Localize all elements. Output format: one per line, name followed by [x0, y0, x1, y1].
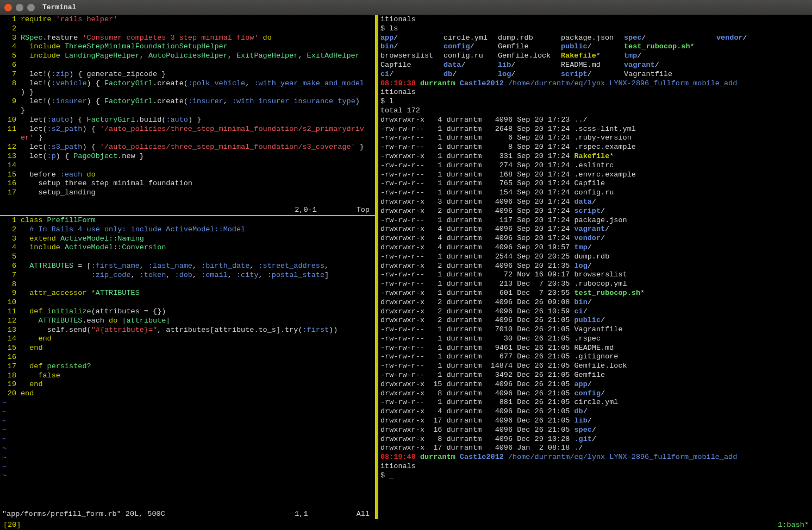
- ls-long-row: drwxrwxr-x 8 durrantm 4096 Dec 26 21:05 …: [378, 389, 812, 399]
- ls-long-row: drwxrwxr-x 3 durrantm 4096 Sep 20 17:24 …: [378, 198, 812, 207]
- tmux-session: [20]: [3, 521, 21, 529]
- vim-tilde: ~: [0, 408, 375, 417]
- ls-long-row: -rw-rw-r-- 1 durrantm 274 Sep 20 17:24 .…: [378, 161, 812, 171]
- code-line: er' }: [0, 134, 375, 143]
- code-line: 8: [0, 280, 375, 289]
- code-line: 6 ATTRIBUTES = [:first_name, :last_name,…: [0, 262, 375, 271]
- shell-pane[interactable]: itionals$ lsapp/circle.ymldump.rdbpackag…: [378, 15, 812, 519]
- shell-line: total 172: [378, 106, 812, 116]
- window-title: Terminal: [42, 3, 76, 11]
- code-line: 9 attr_accessor *ATTRIBUTES: [0, 289, 375, 298]
- ls-long-row: -rw-rw-r-- 1 durrantm 677 Dec 26 21:05 .…: [378, 352, 812, 362]
- ls-long-row: drwxrwxr-x 15 durrantm 4096 Dec 26 21:05…: [378, 380, 812, 389]
- window-buttons: [4, 4, 35, 11]
- code-line: 4 include ActiveModel::Conversion: [0, 243, 375, 253]
- left-column: 1require 'rails_helper'23RSpec.feature '…: [0, 15, 375, 519]
- code-line: 4 include ThreeStepMinimalFoundationSetu…: [0, 42, 375, 52]
- code-line: 13 let(:p) { PageObject.new }: [0, 152, 375, 161]
- code-line: 1class PrefillForm: [0, 216, 375, 225]
- code-line: 8 let!(:vehicle) { FactoryGirl.create(:p…: [0, 79, 375, 89]
- window-titlebar: Terminal: [0, 0, 812, 15]
- code-line: 6: [0, 61, 375, 70]
- code-line: }: [0, 106, 375, 116]
- code-line: 2 # In Rails 4 use only: include ActiveM…: [0, 225, 375, 235]
- code-line: 10: [0, 298, 375, 307]
- ls-long-row: drwxrwxr-x 2 durrantm 4096 Dec 26 21:05 …: [378, 316, 812, 325]
- ls-long-row: -rw-rw-r-- 1 durrantm 72 Nov 16 09:17 br…: [378, 270, 812, 280]
- vim-pane-top[interactable]: 1require 'rails_helper'23RSpec.feature '…: [0, 15, 375, 215]
- code-line: 19 end: [0, 380, 375, 389]
- code-line: 20end: [0, 389, 375, 399]
- ls-long-row: -rw-rw-r-- 1 durrantm 3492 Dec 26 21:05 …: [378, 371, 812, 380]
- ls-long-row: drwxrwxr-x 4 durrantm 4096 Dec 26 21:05 …: [378, 407, 812, 417]
- ls-long-row: drwxrwxr-x 17 durrantm 4096 Jan 2 08:18 …: [378, 444, 812, 453]
- code-line: 17 def persisted?: [0, 362, 375, 371]
- vim-tilde: ~: [0, 444, 375, 453]
- ls-long-row: drwxrwxr-x 17 durrantm 4096 Dec 26 21:05…: [378, 417, 812, 426]
- ls-long-row: drwxrwxr-x 8 durrantm 4096 Dec 29 10:28 …: [378, 435, 812, 444]
- ls-long-row: drwxrwxr-x 4 durrantm 4096 Sep 20 17:23 …: [378, 116, 812, 125]
- ls-long-row: -rw-rw-r-- 1 durrantm 9461 Dec 26 21:05 …: [378, 344, 812, 353]
- vim-tilde: ~: [0, 417, 375, 426]
- code-line: 7 :zip_code, :token, :dob, :email, :city…: [0, 271, 375, 280]
- code-line: 16: [0, 353, 375, 362]
- code-line: 3 extend ActiveModel::Naming: [0, 235, 375, 244]
- ls-long-row: -rw-rw-r-- 1 durrantm 30 Dec 26 21:05 .r…: [378, 335, 812, 344]
- vim-pane-bottom[interactable]: 1class PrefillForm2 # In Rails 4 use onl…: [0, 216, 375, 519]
- close-icon[interactable]: [4, 4, 12, 11]
- tmux-statusbar: [20] 1:bash*: [0, 519, 812, 530]
- shell-line: itionals: [378, 15, 812, 24]
- ls-long-row: drwxrwxr-x 2 durrantm 4096 Dec 26 09:08 …: [378, 298, 812, 307]
- vim-tilde: ~: [0, 435, 375, 444]
- ls-long-row: drwxrwxr-x 4 durrantm 4096 Sep 20 17:24 …: [378, 234, 812, 243]
- shell-line: 08:19:38 durrantm Castle2012 /home/durra…: [378, 79, 812, 89]
- code-line: 3RSpec.feature 'Consumer completes 3 ste…: [0, 34, 375, 43]
- code-line: 16 setup_three_step_minimal_foundation: [0, 179, 375, 188]
- ls-long-row: drwxrwxr-x 16 durrantm 4096 Dec 26 21:05…: [378, 426, 812, 435]
- code-line: 12 let(:s3_path) { '/auto_policies/three…: [0, 143, 375, 152]
- code-line: 9 let!(:insurer) { FactoryGirl.create(:i…: [0, 97, 375, 106]
- ls-long-row: drwxrwxr-x 2 durrantm 4096 Sep 20 17:24 …: [378, 207, 812, 216]
- ls-long-row: -rw-rw-r-- 1 durrantm 8 Sep 20 17:24 .rs…: [378, 143, 812, 152]
- ls-long-row: -rw-rw-r-- 1 durrantm 154 Sep 20 17:24 c…: [378, 188, 812, 198]
- shell-line: $ l: [378, 97, 812, 106]
- code-line: 11 def initialize(attributes = {}): [0, 307, 375, 317]
- code-line: ) }: [0, 88, 375, 97]
- shell-line: $ ls: [378, 24, 812, 34]
- shell-prompt: $ _: [378, 471, 812, 481]
- code-line: 5 include LandingPageHelper, AutoPolicie…: [0, 52, 375, 61]
- ls-long-row: -rw-rw-r-- 1 durrantm 213 Dec 7 20:35 .r…: [378, 280, 812, 289]
- ls-long-row: drwxrwxr-x 2 durrantm 4096 Dec 26 10:59 …: [378, 307, 812, 317]
- shell-line: itionals: [378, 88, 812, 97]
- code-line: 5: [0, 253, 375, 262]
- ls-long-row: -rw-rw-r-- 1 durrantm 881 Dec 26 21:05 c…: [378, 398, 812, 407]
- code-line: 14: [0, 161, 375, 171]
- ls-long-row: drwxrwxr-x 2 durrantm 4096 Sep 20 21:35 …: [378, 262, 812, 271]
- shell-line: 08:19:40 durrantm Castle2012 /home/durra…: [378, 453, 812, 462]
- code-line: 14 end: [0, 335, 375, 344]
- code-line: 11 let(:s2_path) { '/auto_policies/three…: [0, 125, 375, 134]
- maximize-icon[interactable]: [27, 4, 35, 11]
- ls-long-row: -rwxrwxr-x 1 durrantm 601 Dec 7 20:55 te…: [378, 289, 812, 298]
- ls-long-row: -rw-rw-r-- 1 durrantm 2648 Sep 20 17:24 …: [378, 125, 812, 134]
- minimize-icon[interactable]: [16, 4, 23, 11]
- ls-long-row: -rw-rw-r-- 1 durrantm 14874 Dec 26 21:05…: [378, 362, 812, 371]
- code-line: 13 self.send("#{attribute}=", attributes…: [0, 326, 375, 335]
- ls-long-row: drwxrwxr-x 4 durrantm 4096 Sep 20 17:24 …: [378, 225, 812, 234]
- code-line: 1require 'rails_helper': [0, 15, 375, 24]
- vim-tilde: ~: [0, 399, 375, 408]
- vim-file-info: "app/forms/prefill_form.rb" 20L, 500C: [2, 510, 165, 519]
- ls-long-row: -rw-rw-r-- 1 durrantm 765 Sep 20 17:24 C…: [378, 179, 812, 188]
- terminal-body[interactable]: 1require 'rails_helper'23RSpec.feature '…: [0, 15, 812, 519]
- shell-line: itionals: [378, 462, 812, 471]
- ls-long-row: -rw-rw-r-- 1 durrantm 2544 Sep 20 20:25 …: [378, 253, 812, 262]
- code-line: 2: [0, 24, 375, 34]
- code-line: 15 before :each do: [0, 171, 375, 180]
- code-line: 10 let(:auto) { FactoryGirl.build(:auto)…: [0, 116, 375, 125]
- code-line: 7 let!(:zip) { generate_zipcode }: [0, 70, 375, 79]
- ls-long-row: -rw-rw-r-- 1 durrantm 168 Sep 20 17:24 .…: [378, 171, 812, 180]
- vim-status-top: 2,0-1 Top: [291, 206, 373, 215]
- vim-tilde: ~: [0, 426, 375, 435]
- ls-long-row: -rw-rw-r-- 1 durrantm 7010 Dec 26 21:05 …: [378, 325, 812, 335]
- tmux-window: 1:bash*: [778, 521, 809, 529]
